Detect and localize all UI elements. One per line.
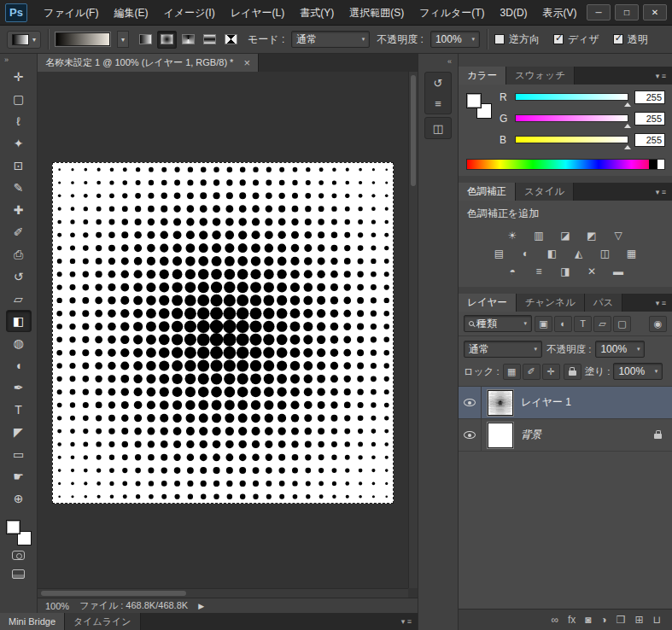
healing-brush-tool[interactable]: ✚	[6, 199, 32, 221]
threshold-icon[interactable]: ◨	[555, 263, 576, 279]
exposure-icon[interactable]: ◩	[581, 227, 602, 243]
brush-tool[interactable]: ✐	[6, 221, 32, 243]
close-button[interactable]: ✕	[643, 4, 667, 20]
toolbar-expander-icon[interactable]: »	[0, 54, 13, 66]
filter-adjustment-layers-icon[interactable]: ◐	[554, 316, 572, 332]
layer-row-background[interactable]: 背景	[459, 419, 672, 452]
layer-thumbnail[interactable]	[488, 423, 513, 448]
horizontal-scrollbar[interactable]	[38, 588, 408, 598]
collapsed-panel-icon-3[interactable]: ◫	[425, 118, 451, 138]
foreground-color-swatch[interactable]	[466, 93, 482, 108]
layer-thumbnail[interactable]	[488, 390, 513, 416]
clone-stamp-tool[interactable]: ⎙	[6, 243, 32, 265]
path-selection-tool[interactable]: ◤	[6, 421, 32, 443]
history-brush-tool[interactable]: ↺	[6, 265, 32, 288]
tab-mini-bridge[interactable]: Mini Bridge	[0, 613, 65, 630]
selective-color-icon[interactable]: ✕	[581, 263, 602, 279]
minimize-button[interactable]: ─	[587, 4, 611, 20]
tab-channels[interactable]: チャンネル	[517, 294, 585, 312]
gradient-picker-arrow[interactable]: ▾	[117, 31, 129, 48]
filter-toggle-icon[interactable]: ◉	[649, 316, 667, 332]
posterize-icon[interactable]: ≡	[529, 263, 549, 279]
menu-view[interactable]: 表示(V)	[535, 0, 581, 25]
collapsed-panel-icon-2[interactable]: ≡	[425, 93, 451, 114]
color-spectrum-ramp[interactable]	[466, 159, 665, 170]
lock-position-icon[interactable]: ✛	[542, 364, 560, 380]
quick-mask-button[interactable]	[6, 545, 32, 564]
radial-gradient-button[interactable]	[157, 31, 177, 49]
menu-image[interactable]: イメージ(I)	[155, 0, 222, 25]
type-tool[interactable]: T	[6, 399, 32, 421]
eraser-tool[interactable]: ▱	[6, 288, 32, 310]
layer-name[interactable]: 背景	[521, 428, 541, 442]
channel-slider-track[interactable]	[515, 114, 628, 122]
gradient-tool[interactable]: ◧	[6, 310, 32, 332]
lasso-tool[interactable]: ℓ	[6, 110, 32, 132]
panel-menu-icon[interactable]: ▾ ≡	[656, 188, 672, 196]
eyedropper-tool[interactable]: ✎	[6, 177, 32, 199]
brightness-contrast-icon[interactable]: ☀	[502, 227, 523, 243]
tab-styles[interactable]: スタイル	[516, 183, 574, 201]
color-lookup-icon[interactable]: ▦	[622, 245, 642, 261]
transparency-checkbox[interactable]: 透明	[613, 32, 648, 47]
shape-tool[interactable]: ▭	[6, 443, 32, 465]
menu-edit[interactable]: 編集(E)	[106, 0, 155, 25]
filter-smart-objects-icon[interactable]: ▢	[613, 316, 631, 332]
angle-gradient-button[interactable]	[178, 31, 198, 49]
layer-effects-icon[interactable]: fx	[568, 614, 576, 626]
close-tab-icon[interactable]: ×	[243, 56, 250, 69]
channel-mixer-icon[interactable]: ◫	[595, 245, 616, 261]
foreground-background-swatches[interactable]	[6, 520, 32, 545]
channel-value-field[interactable]: 255	[634, 90, 665, 104]
vibrance-icon[interactable]: ▽	[608, 227, 628, 243]
channel-value-field[interactable]: 255	[634, 112, 665, 125]
checkbox[interactable]	[494, 34, 505, 44]
black-white-icon[interactable]: ◧	[542, 245, 563, 261]
panel-menu-icon[interactable]: ▾ ≡	[395, 613, 418, 630]
tool-preset-dropdown[interactable]: ▾	[7, 31, 41, 49]
filter-type-layers-icon[interactable]: T	[574, 316, 592, 332]
menu-file[interactable]: ファイル(F)	[36, 0, 106, 25]
tab-adjustments[interactable]: 色調補正	[459, 183, 516, 201]
dock-expander-icon[interactable]: «	[418, 54, 458, 69]
hue-saturation-icon[interactable]: ▤	[489, 245, 510, 261]
foreground-background-swatches[interactable]	[466, 93, 492, 119]
menu-filter[interactable]: フィルター(T)	[412, 0, 492, 25]
tab-timeline[interactable]: タイムライン	[65, 613, 141, 630]
mode-select[interactable]: 通常▾	[291, 31, 370, 48]
channel-slider-track[interactable]	[515, 93, 628, 101]
lock-transparent-pixels-icon[interactable]: ▦	[503, 364, 521, 380]
invert-icon[interactable]: ◓	[502, 263, 523, 279]
checkbox[interactable]	[553, 34, 564, 44]
document-tab[interactable]: 名称未設定 1 @ 100% (レイヤー 1, RGB/8) * ×	[38, 54, 259, 72]
reverse-checkbox[interactable]: 逆方向	[494, 32, 540, 47]
layer-name[interactable]: レイヤー 1	[521, 395, 571, 410]
diamond-gradient-button[interactable]	[221, 31, 241, 49]
layer-opacity-select[interactable]: 100%▾	[595, 341, 645, 358]
fill-opacity-select[interactable]: 100%▾	[613, 363, 663, 380]
panel-menu-icon[interactable]: ▾ ≡	[656, 72, 672, 80]
delete-layer-icon[interactable]: ⊔	[653, 614, 661, 626]
new-group-icon[interactable]: ❒	[616, 614, 626, 626]
collapsed-panel-icon-1[interactable]: ↺	[425, 73, 451, 93]
link-layers-icon[interactable]: ∞	[551, 614, 558, 626]
layer-filter-select[interactable]: 種類 ▾	[464, 315, 532, 332]
menu-type[interactable]: 書式(Y)	[292, 0, 342, 25]
lock-image-pixels-icon[interactable]: ✐	[523, 364, 541, 380]
tab-color[interactable]: カラー	[459, 67, 506, 85]
channel-value-field[interactable]: 255	[634, 133, 665, 147]
gradient-preview[interactable]	[56, 32, 110, 46]
new-adjustment-layer-icon[interactable]: ◑	[601, 614, 607, 626]
checkbox[interactable]	[613, 34, 623, 44]
gradient-map-icon[interactable]: ▬	[608, 263, 628, 279]
tab-swatches[interactable]: スウォッチ	[506, 67, 575, 85]
blur-tool[interactable]: ◍	[6, 332, 32, 354]
blend-mode-select[interactable]: 通常▾	[464, 341, 542, 358]
visibility-toggle[interactable]	[459, 419, 482, 451]
levels-icon[interactable]: ▥	[529, 227, 549, 243]
black-white-ramp[interactable]	[649, 160, 664, 169]
screen-mode-button[interactable]	[6, 564, 32, 583]
layer-row-layer-1[interactable]: レイヤー 1	[459, 387, 672, 419]
visibility-toggle[interactable]	[459, 387, 482, 418]
marquee-tool[interactable]: ▢	[6, 88, 32, 110]
